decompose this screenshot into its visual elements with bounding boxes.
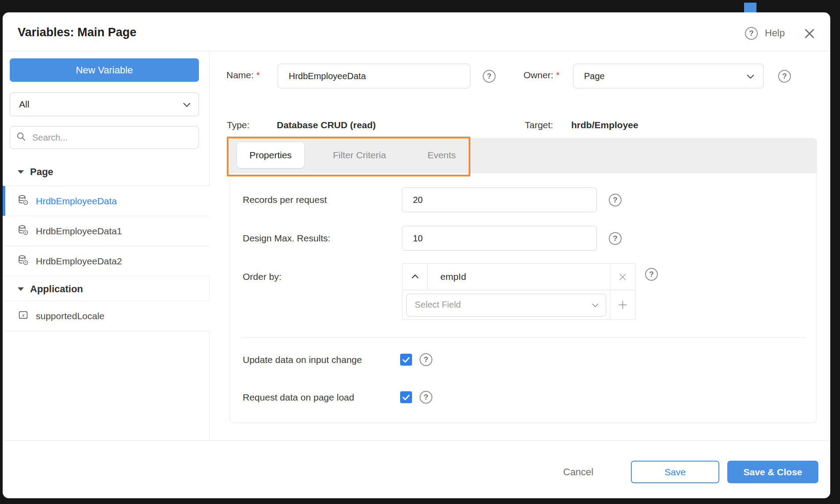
section-label: Page xyxy=(30,166,53,178)
design-max-help-icon[interactable]: ? xyxy=(609,232,622,245)
model-variable-icon: x xyxy=(18,309,29,322)
name-input[interactable] xyxy=(278,64,470,88)
collapse-triangle-icon xyxy=(18,170,24,174)
update-on-input-change-checkbox[interactable] xyxy=(400,354,412,366)
required-marker: * xyxy=(556,70,560,80)
variable-filter-value: All xyxy=(19,99,29,110)
sidebar-section-application[interactable]: Application xyxy=(3,278,210,301)
variable-name: HrdbEmployeeData2 xyxy=(36,256,122,267)
collapse-triangle-icon xyxy=(18,287,24,291)
save-and-close-button[interactable]: Save & Close xyxy=(727,461,818,483)
sidebar-section-page[interactable]: Page xyxy=(3,160,210,183)
sort-direction-toggle[interactable] xyxy=(402,263,428,290)
name-label: Name:* xyxy=(226,70,260,80)
select-field-placeholder: Select Field xyxy=(415,300,461,310)
panel-divider xyxy=(243,337,805,338)
variable-name: HrdbEmployeeData xyxy=(36,196,117,206)
database-variable-icon: x xyxy=(18,255,29,267)
variable-filter-select[interactable]: All xyxy=(10,92,199,116)
owner-label: Owner:* xyxy=(523,70,560,80)
screen-background: Variables: Main Page ? Help New Variable… xyxy=(0,0,840,504)
chevron-up-icon xyxy=(412,273,419,281)
required-marker: * xyxy=(256,70,260,80)
tab-filter-criteria[interactable]: Filter Criteria xyxy=(317,142,401,168)
database-variable-icon: x xyxy=(18,195,29,207)
sidebar-item-hrdbemployeedata[interactable]: x HrdbEmployeeData xyxy=(3,186,210,216)
variables-dialog: Variables: Main Page ? Help New Variable… xyxy=(3,12,830,498)
records-help-icon[interactable]: ? xyxy=(609,194,622,206)
order-by-editor: empId Select Field xyxy=(402,263,636,320)
tab-events[interactable]: Events xyxy=(413,142,470,168)
add-field-icon[interactable] xyxy=(610,290,635,320)
svg-text:x: x xyxy=(24,231,27,234)
divider xyxy=(3,331,210,331)
design-max-results-input[interactable] xyxy=(402,226,597,251)
sidebar-item-hrdbemployeedata2[interactable]: x HrdbEmployeeData2 xyxy=(3,246,210,276)
request-on-page-load-checkbox[interactable] xyxy=(400,391,412,403)
request-on-page-load-label: Request data on page load xyxy=(243,392,354,403)
database-variable-icon: x xyxy=(18,225,29,237)
target-value: hrdb/Employee xyxy=(571,120,638,130)
variables-sidebar: New Variable All Page x xyxy=(3,51,210,440)
records-per-request-input[interactable] xyxy=(402,187,597,212)
name-help-icon[interactable]: ? xyxy=(483,70,496,83)
help-question-icon[interactable]: ? xyxy=(745,27,758,40)
design-max-results-label: Design Max. Results: xyxy=(243,233,330,244)
order-by-help-icon[interactable]: ? xyxy=(645,268,658,281)
chevron-down-icon xyxy=(747,71,754,81)
variable-name: HrdbEmployeeData1 xyxy=(36,226,122,237)
variable-search xyxy=(10,126,199,149)
footer-divider xyxy=(3,440,830,441)
update-on-input-change-label: Update data on input change xyxy=(243,355,362,365)
variable-name: supportedLocale xyxy=(36,311,104,321)
svg-text:x: x xyxy=(22,313,25,318)
svg-text:x: x xyxy=(24,201,27,204)
search-icon xyxy=(16,132,26,143)
close-icon[interactable] xyxy=(802,26,817,41)
select-field-cell: Select Field xyxy=(402,290,610,320)
order-by-label: Order by: xyxy=(243,271,282,282)
remove-field-icon[interactable] xyxy=(610,263,635,290)
target-label: Target: xyxy=(525,120,553,130)
records-per-request-label: Records per request xyxy=(243,195,327,205)
type-value: Database CRUD (read) xyxy=(277,120,376,130)
section-label: Application xyxy=(30,283,83,295)
divider xyxy=(3,276,210,276)
chevron-down-icon xyxy=(183,99,191,110)
request-on-page-load-help-icon[interactable]: ? xyxy=(420,391,432,404)
owner-value: Page xyxy=(584,71,605,81)
select-field-dropdown[interactable]: Select Field xyxy=(406,294,606,317)
owner-select[interactable]: Page xyxy=(573,64,764,88)
svg-text:x: x xyxy=(24,261,27,264)
sidebar-item-hrdbemployeedata1[interactable]: x HrdbEmployeeData1 xyxy=(3,216,210,246)
dialog-title: Variables: Main Page xyxy=(18,26,137,39)
update-on-input-help-icon[interactable]: ? xyxy=(420,353,432,366)
type-label: Type: xyxy=(227,120,249,130)
search-input[interactable] xyxy=(31,132,192,143)
owner-help-icon[interactable]: ? xyxy=(778,70,791,83)
help-link[interactable]: Help xyxy=(765,27,785,39)
cancel-button[interactable]: Cancel xyxy=(556,461,600,483)
tab-properties[interactable]: Properties xyxy=(237,142,304,168)
order-by-field[interactable]: empId xyxy=(428,263,610,290)
new-variable-button[interactable]: New Variable xyxy=(10,58,199,82)
sidebar-item-supportedlocale[interactable]: x supportedLocale xyxy=(3,301,210,331)
chevron-down-icon xyxy=(592,300,599,310)
save-button[interactable]: Save xyxy=(631,461,719,483)
